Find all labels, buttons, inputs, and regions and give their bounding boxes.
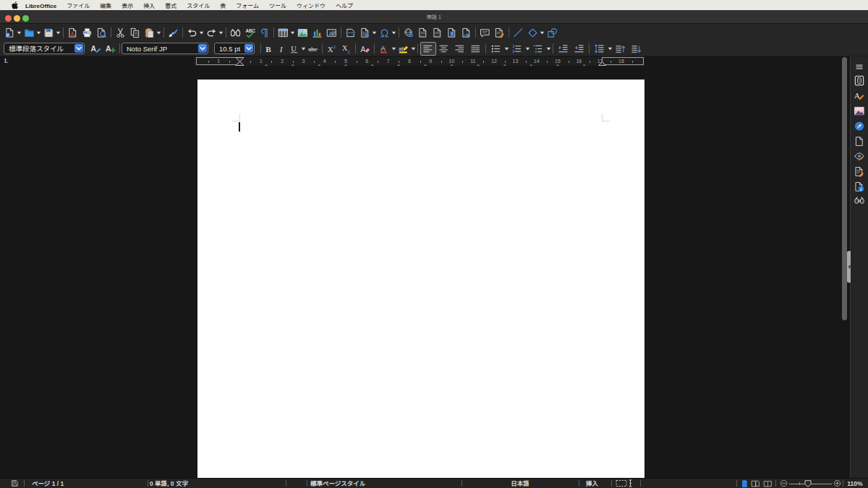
menu-item-4[interactable]: 書式 <box>160 1 182 9</box>
insert-field-button[interactable] <box>357 26 372 40</box>
new-document-dropdown-arrow[interactable] <box>17 26 22 40</box>
vertical-scrollbar-thumb[interactable] <box>842 57 847 320</box>
insert-page-break-button[interactable] <box>343 26 357 40</box>
insert-image-button[interactable] <box>295 26 310 40</box>
zoom-in-button[interactable] <box>833 479 841 488</box>
insert-table-button[interactable] <box>276 26 290 40</box>
underline-button[interactable]: U <box>288 42 301 56</box>
undo-button[interactable] <box>184 26 199 40</box>
basic-shapes-button[interactable] <box>525 26 540 40</box>
font-name-dropdown-button[interactable] <box>198 44 207 53</box>
find-replace-button[interactable] <box>228 26 242 40</box>
paste-button[interactable] <box>142 26 156 40</box>
open-dropdown-arrow[interactable] <box>36 26 41 40</box>
menu-item-3[interactable]: 挿入 <box>138 1 160 9</box>
menu-item-9[interactable]: ウィンドウ <box>292 1 331 9</box>
indent-marker-right[interactable] <box>598 61 606 66</box>
bullet-list-dropdown-arrow[interactable] <box>504 42 509 56</box>
undo-dropdown-arrow[interactable] <box>199 26 204 40</box>
word-count-status[interactable]: 0 単語, 0 文字 <box>150 479 188 488</box>
basic-shapes-dropdown-arrow[interactable] <box>540 26 545 40</box>
font-size-combobox[interactable]: 10.5 pt <box>214 43 255 54</box>
menu-app-name[interactable]: LibreOffice <box>25 1 56 9</box>
indent-marker-left[interactable] <box>235 57 244 66</box>
open-button[interactable] <box>22 26 36 40</box>
highlight-color-button[interactable]: ab <box>396 42 411 56</box>
page-style-status[interactable]: 標準ページスタイル <box>310 479 365 488</box>
menu-item-1[interactable]: 編集 <box>95 1 116 9</box>
cut-button[interactable] <box>113 26 127 40</box>
redo-button[interactable] <box>204 26 218 40</box>
paragraph-style-dropdown-button[interactable] <box>75 44 83 53</box>
subscript-button[interactable]: X2 <box>339 42 354 56</box>
clear-formatting-button[interactable]: A <box>358 42 373 56</box>
menu-item-6[interactable]: 表 <box>215 1 231 9</box>
insert-textbox-button[interactable]: A <box>324 26 339 40</box>
update-style-button[interactable]: A <box>88 42 103 56</box>
page-number-status[interactable]: ページ 1 / 1 <box>32 479 64 488</box>
print-preview-button[interactable] <box>94 26 109 40</box>
sidebar-tab-properties[interactable] <box>854 75 865 86</box>
strikethrough-button[interactable]: abc <box>306 42 320 56</box>
insert-line-button[interactable] <box>511 26 525 40</box>
highlight-color-dropdown-arrow[interactable] <box>411 42 416 56</box>
outline-list-dropdown-arrow[interactable] <box>546 42 551 56</box>
superscript-button[interactable]: X2 <box>325 42 339 56</box>
insert-table-dropdown-arrow[interactable] <box>290 26 295 40</box>
zoom-slider-thumb[interactable] <box>804 480 812 487</box>
horizontal-ruler[interactable]: 1123456789101112131415161718 <box>194 57 644 66</box>
sidebar-tab-navigator[interactable] <box>854 121 865 132</box>
sidebar-tab-find[interactable] <box>854 195 865 206</box>
italic-button[interactable]: I <box>276 42 289 56</box>
view-layout-book[interactable] <box>763 479 773 488</box>
font-size-dropdown-button[interactable] <box>244 44 253 53</box>
paste-dropdown-arrow[interactable] <box>156 26 161 40</box>
special-character-dropdown-arrow[interactable] <box>391 26 396 40</box>
sidebar-tab-sidebar-settings[interactable] <box>855 62 864 72</box>
indent-decrease-button[interactable] <box>571 42 587 56</box>
copy-button[interactable] <box>127 26 142 40</box>
menu-item-10[interactable]: ヘルプ <box>331 1 358 9</box>
align-justify-button[interactable] <box>468 42 484 56</box>
new-document-button[interactable] <box>2 26 17 40</box>
insert-chart-button[interactable] <box>310 26 324 40</box>
text-language-status[interactable]: 日本語 <box>461 479 579 488</box>
para-space-decrease-button[interactable] <box>629 42 644 56</box>
insert-field-dropdown-arrow[interactable] <box>372 26 377 40</box>
line-spacing-button[interactable] <box>592 42 608 56</box>
sidebar-tab-manage-changes[interactable] <box>854 166 865 177</box>
sidebar-tab-gallery[interactable] <box>854 106 865 116</box>
sidebar-tab-page[interactable] <box>854 136 865 147</box>
align-right-button[interactable] <box>452 42 468 56</box>
bold-button[interactable]: B <box>263 42 276 56</box>
font-color-dropdown-arrow[interactable] <box>391 42 396 56</box>
font-color-button[interactable]: A <box>377 42 391 56</box>
document-page[interactable] <box>197 80 644 478</box>
paragraph-style-combobox[interactable]: 標準段落スタイル <box>4 43 85 54</box>
outline-list-button[interactable] <box>530 42 546 56</box>
insert-mode-status[interactable]: 挿入 <box>586 479 598 488</box>
draw-functions-button[interactable] <box>545 26 559 40</box>
sidebar-tab-accessibility-check[interactable]: i <box>854 181 865 192</box>
menu-item-2[interactable]: 表示 <box>116 1 138 9</box>
track-changes-button[interactable] <box>492 26 506 40</box>
underline-dropdown-arrow[interactable] <box>301 42 306 56</box>
insert-footnote-button[interactable]: * <box>415 26 430 40</box>
export-pdf-button[interactable] <box>65 26 80 40</box>
view-layout-single[interactable] <box>740 479 749 488</box>
sidebar-tab-styles[interactable]: A <box>854 90 865 101</box>
new-style-button[interactable]: A <box>103 42 117 56</box>
zoom-out-button[interactable] <box>780 479 788 488</box>
document-modified-status[interactable] <box>11 479 19 488</box>
menu-item-7[interactable]: フォーム <box>231 1 264 9</box>
menu-item-8[interactable]: ツール <box>264 1 292 9</box>
spelling-button[interactable]: ABC <box>242 26 257 40</box>
menu-item-0[interactable]: ファイル <box>61 1 95 9</box>
numbered-list-button[interactable]: 12 <box>509 42 525 56</box>
insert-comment-button[interactable] <box>477 26 492 40</box>
print-button[interactable] <box>80 26 94 40</box>
insert-endnote-button[interactable] <box>430 26 444 40</box>
indent-increase-button[interactable] <box>556 42 571 56</box>
menu-item-5[interactable]: スタイル <box>182 1 215 9</box>
redo-dropdown-arrow[interactable] <box>218 26 224 40</box>
